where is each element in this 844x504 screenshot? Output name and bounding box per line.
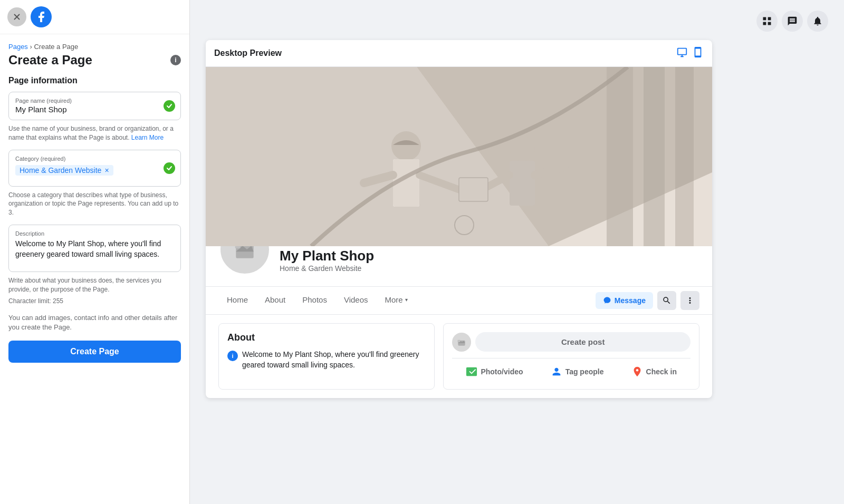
about-info-row: i Welcome to My Plant Shop, where you'll…: [227, 350, 426, 370]
post-action-photo[interactable]: Photo/video: [459, 363, 529, 381]
svg-rect-14: [510, 161, 535, 206]
svg-rect-0: [763, 17, 766, 21]
svg-rect-19: [459, 178, 488, 201]
nav-about[interactable]: About: [256, 289, 294, 312]
page-content-row: About i Welcome to My Plant Shop, where …: [206, 315, 712, 398]
create-post-input[interactable]: Create post: [475, 332, 690, 352]
preview-title: Desktop Preview: [214, 49, 282, 58]
cover-photo: [206, 67, 712, 246]
category-label: Category (required): [15, 156, 174, 162]
more-options-button[interactable]: [680, 291, 699, 310]
create-page-button[interactable]: Create Page: [8, 341, 181, 363]
category-check-icon: [164, 162, 175, 174]
message-button[interactable]: Message: [596, 292, 653, 309]
svg-rect-8: [644, 67, 665, 246]
desktop-icon[interactable]: [676, 46, 688, 60]
preview-header: Desktop Preview: [206, 40, 712, 67]
page-name-field[interactable]: Page name (required): [8, 92, 181, 120]
section-title: Page information: [8, 76, 181, 85]
mobile-icon[interactable]: [692, 46, 704, 60]
about-panel: About i Welcome to My Plant Shop, where …: [218, 323, 435, 390]
preview-card: Desktop Preview: [206, 40, 712, 398]
nav-home[interactable]: Home: [218, 289, 256, 312]
page-name-check-icon: [164, 100, 175, 112]
page-heading: Create a Page i: [8, 53, 181, 67]
info-icon[interactable]: i: [170, 55, 181, 65]
svg-rect-2: [763, 22, 766, 25]
profile-name: My Plant Shop: [280, 248, 374, 264]
breadcrumb-pages-link[interactable]: Pages: [8, 43, 28, 51]
page-name-label: Page name (required): [15, 98, 174, 104]
category-tag: Home & Garden Website ×: [15, 165, 113, 176]
sidebar: Pages › Create a Page Create a Page i Pa…: [0, 0, 190, 504]
page-name-helper: Use the name of your business, brand or …: [8, 124, 181, 142]
sidebar-content: Pages › Create a Page Create a Page i Pa…: [0, 34, 189, 504]
more-dropdown-arrow: ▾: [405, 297, 408, 303]
nav-photos[interactable]: Photos: [294, 289, 335, 312]
profile-info: My Plant Shop Home & Garden Website: [280, 248, 374, 276]
tag-people-icon: [551, 366, 562, 377]
post-actions-row: Photo/video Tag people Check in: [452, 358, 690, 381]
category-helper: Choose a category that describes what ty…: [8, 191, 181, 217]
page-name-input[interactable]: [15, 105, 159, 114]
photo-video-icon: [466, 366, 477, 377]
char-limit: Character limit: 255: [8, 297, 181, 305]
about-description: Welcome to My Plant Shop, where you'll f…: [242, 350, 426, 370]
svg-rect-7: [607, 67, 633, 246]
close-button[interactable]: [7, 7, 26, 26]
category-remove-btn[interactable]: ×: [104, 166, 109, 175]
checkin-icon: [631, 366, 643, 377]
category-field[interactable]: Category (required) Home & Garden Websit…: [8, 150, 181, 187]
messenger-icon-button[interactable]: [782, 11, 803, 32]
facebook-logo: [31, 6, 52, 27]
page-nav-links: Home About Photos Videos More ▾: [218, 289, 416, 312]
page-nav: Home About Photos Videos More ▾ Message: [206, 287, 712, 315]
post-profile-icon: [452, 333, 471, 352]
description-field[interactable]: Description Welcome to My Plant Shop, wh…: [8, 225, 181, 272]
learn-more-link[interactable]: Learn More: [131, 134, 164, 141]
svg-point-20: [455, 216, 474, 235]
post-action-checkin[interactable]: Check in: [625, 363, 683, 381]
add-images-text: You can add images, contact info and oth…: [8, 313, 181, 332]
bell-icon-button[interactable]: [807, 11, 828, 32]
nav-more[interactable]: More ▾: [377, 289, 416, 312]
main-content: Desktop Preview: [190, 0, 844, 504]
description-text: Welcome to My Plant Shop, where you'll f…: [15, 239, 174, 259]
about-info-icon: i: [227, 351, 238, 361]
page-nav-actions: Message: [596, 291, 699, 310]
preview-device-icons: [676, 46, 704, 60]
description-label: Description: [15, 230, 174, 237]
description-helper: Write about what your business does, the…: [8, 276, 181, 294]
search-button[interactable]: [657, 291, 676, 310]
top-bar: [0, 0, 189, 34]
about-panel-title: About: [227, 332, 426, 343]
svg-point-13: [510, 136, 535, 161]
top-nav: [206, 11, 828, 32]
breadcrumb: Pages › Create a Page: [8, 43, 181, 51]
svg-point-10: [391, 131, 421, 161]
grid-icon-button[interactable]: [756, 11, 778, 32]
svg-rect-9: [675, 67, 694, 246]
nav-videos[interactable]: Videos: [335, 289, 377, 312]
profile-category: Home & Garden Website: [280, 264, 374, 273]
svg-rect-1: [768, 17, 771, 21]
svg-rect-26: [458, 340, 461, 342]
create-post-area: Create post: [452, 332, 690, 352]
post-action-tag[interactable]: Tag people: [544, 363, 610, 381]
svg-rect-3: [768, 22, 771, 25]
create-post-panel: Create post Photo/video Tag people: [443, 323, 699, 390]
